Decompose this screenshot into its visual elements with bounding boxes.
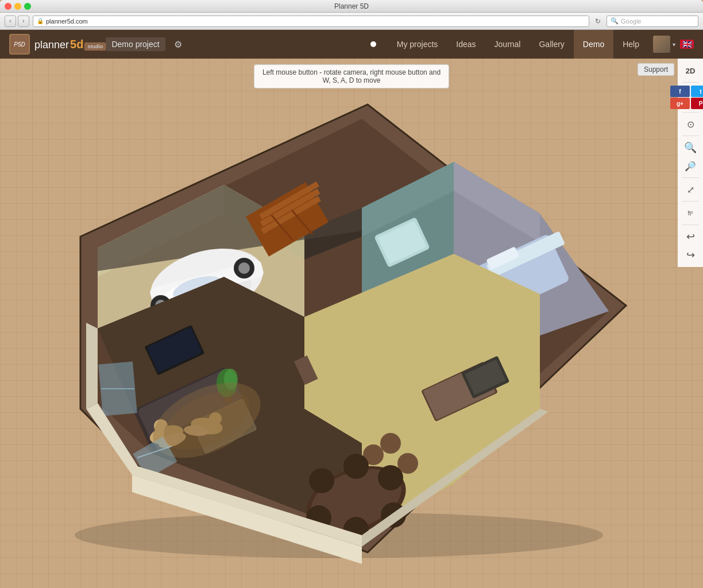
svg-point-61 <box>378 465 403 490</box>
project-name[interactable]: Demo project <box>106 37 165 51</box>
svg-point-39 <box>380 433 401 454</box>
address-text: planner5d.com <box>46 18 88 25</box>
nav-item-journal[interactable]: Journal <box>485 30 530 59</box>
back-button[interactable]: ‹ <box>5 16 16 27</box>
logo[interactable]: P5D planner 5d studio <box>9 34 106 55</box>
nav-item-my-projects[interactable]: My projects <box>388 30 447 59</box>
nav-items: My projects Ideas Journal Gallery Demo H… <box>388 30 648 59</box>
browser-titlebar: Planner 5D <box>0 0 703 13</box>
zoom-in-icon: 🔍 <box>684 141 697 154</box>
minimize-button[interactable] <box>14 3 21 10</box>
search-bar[interactable]: 🔍 Google <box>607 16 698 27</box>
maximize-button[interactable] <box>24 3 31 10</box>
undo-icon: ↩ <box>686 230 695 243</box>
nav-item-gallery[interactable]: Gallery <box>530 30 573 59</box>
app: P5D planner 5d studio Demo project ⚙ My … <box>0 30 703 588</box>
settings-button[interactable]: ⚙ <box>170 36 186 52</box>
units-label: ft² <box>688 210 693 216</box>
fullscreen-icon: ⤢ <box>687 184 694 195</box>
search-placeholder: Google <box>621 18 641 25</box>
redo-button[interactable]: ↪ <box>681 246 700 264</box>
divider-1 <box>682 82 699 83</box>
logo-text: planner 5d studio <box>34 38 106 51</box>
user-menu[interactable]: ▾ <box>648 36 680 53</box>
undo-button[interactable]: ↩ <box>681 228 700 245</box>
search-icon: 🔍 <box>611 17 619 25</box>
app-nav: P5D planner 5d studio Demo project ⚙ My … <box>0 30 703 59</box>
nav-item-ideas[interactable]: Ideas <box>447 30 485 59</box>
divider-3 <box>682 136 699 136</box>
floorplan-view[interactable] <box>34 99 643 588</box>
divider-2 <box>682 112 699 113</box>
social-buttons: f t g+ P <box>670 86 703 109</box>
zoom-in-button[interactable]: 🔍 <box>681 139 700 156</box>
browser-nav-buttons: ‹ › <box>5 16 29 27</box>
pinterest-share-button[interactable]: P <box>691 98 703 109</box>
user-menu-arrow: ▾ <box>673 41 675 48</box>
svg-point-59 <box>309 468 334 493</box>
nav-item-help[interactable]: Help <box>613 30 648 59</box>
divider-4 <box>682 177 699 178</box>
user-avatar <box>653 36 670 53</box>
divider-5 <box>682 201 699 202</box>
svg-marker-73 <box>86 323 98 409</box>
browser-window-controls <box>5 3 31 10</box>
units-button[interactable]: ft² <box>681 204 700 222</box>
reload-button[interactable]: ↻ <box>593 16 603 26</box>
logo-5d: 5d <box>70 38 83 51</box>
address-bar[interactable]: 🔒 planner5d.com <box>33 16 589 27</box>
language-flag[interactable]: 🇬🇧 <box>680 40 694 49</box>
googleplus-share-button[interactable]: g+ <box>670 98 690 109</box>
zoom-out-button[interactable]: 🔎 <box>681 157 700 175</box>
lock-icon: 🔒 <box>37 18 44 24</box>
browser-window: Planner 5D ‹ › 🔒 planner5d.com ↻ 🔍 Googl… <box>0 0 703 588</box>
nav-item-demo[interactable]: Demo <box>574 30 613 59</box>
screenshot-button[interactable]: ⊙ <box>681 115 700 133</box>
close-button[interactable] <box>5 3 11 10</box>
browser-title: Planner 5D <box>334 2 369 10</box>
zoom-out-icon: 🔎 <box>685 161 696 172</box>
main-canvas[interactable]: Left mouse button - rotate camera, right… <box>0 59 703 588</box>
logo-icon: P5D <box>9 34 30 55</box>
browser-toolbar: ‹ › 🔒 planner5d.com ↻ 🔍 Google <box>0 13 703 30</box>
redo-icon: ↪ <box>686 249 695 261</box>
logo-badge: studio <box>84 42 106 51</box>
view-2d-button[interactable]: 2D <box>681 62 700 79</box>
divider-6 <box>682 225 699 225</box>
fullscreen-button[interactable]: ⤢ <box>681 181 700 198</box>
forward-button[interactable]: › <box>18 16 29 27</box>
camera-icon: ⊙ <box>687 119 694 130</box>
twitter-share-button[interactable]: t <box>691 86 703 97</box>
status-dot <box>370 41 376 47</box>
right-toolbar: 2D f t g+ P ⊙ <box>678 59 703 267</box>
facebook-share-button[interactable]: f <box>670 86 690 97</box>
logo-planner: planner <box>34 39 69 51</box>
camera-tooltip: Left mouse button - rotate camera, right… <box>254 64 449 88</box>
svg-point-60 <box>343 454 369 479</box>
support-button[interactable]: Support <box>638 63 674 76</box>
svg-point-16 <box>238 262 250 274</box>
